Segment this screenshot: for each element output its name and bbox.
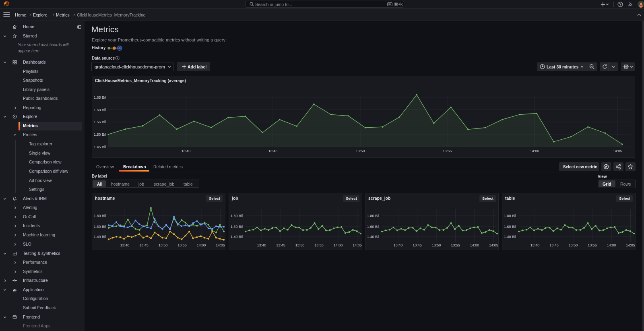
svg-text:14:05: 14:05 [489,243,498,247]
svg-text:14:00: 14:00 [607,243,616,247]
svg-text:1.60 Bil: 1.60 Bil [94,225,106,229]
svg-text:14:05: 14:05 [613,149,622,153]
svg-text:13:45: 13:45 [139,243,149,247]
svg-text:13:40: 13:40 [182,149,191,153]
svg-text:1.40 Bil: 1.40 Bil [231,235,243,239]
svg-text:13:45: 13:45 [268,149,278,153]
svg-text:1.40 Bil: 1.40 Bil [504,235,516,239]
svg-text:1.80 Bil: 1.80 Bil [94,214,106,218]
svg-text:13:50: 13:50 [295,243,305,247]
svg-text:13:40: 13:40 [394,243,403,247]
svg-text:1.55 Bil: 1.55 Bil [94,120,106,124]
svg-text:14:00: 14:00 [530,149,539,153]
svg-text:13:45: 13:45 [549,243,559,247]
svg-text:14:05: 14:05 [353,243,362,247]
svg-text:1.60 Bil: 1.60 Bil [504,225,516,229]
svg-text:13:40: 13:40 [120,243,130,247]
svg-text:1.80 Bil: 1.80 Bil [504,214,516,218]
svg-text:14:05: 14:05 [216,243,225,247]
svg-text:13:50: 13:50 [356,149,365,153]
svg-text:13:55: 13:55 [451,243,460,247]
svg-text:1.50 Bil: 1.50 Bil [94,132,106,137]
svg-text:1.80 Bil: 1.80 Bil [231,214,243,218]
svg-text:1.40 Bil: 1.40 Bil [367,235,379,239]
svg-text:1.60 Bil: 1.60 Bil [367,225,379,229]
svg-text:1.40 Bil: 1.40 Bil [94,235,106,239]
svg-text:13:45: 13:45 [276,243,285,247]
svg-text:13:50: 13:50 [432,243,441,247]
svg-text:1.65 Bil: 1.65 Bil [94,95,106,99]
svg-text:1.60 Bil: 1.60 Bil [231,225,243,229]
svg-text:13:55: 13:55 [588,243,597,247]
svg-text:1.80 Bil: 1.80 Bil [367,214,379,218]
svg-text:14:00: 14:00 [334,243,343,247]
svg-text:13:50: 13:50 [159,243,168,247]
svg-text:1.60 Bil: 1.60 Bil [94,108,106,112]
svg-text:13:40: 13:40 [257,243,266,247]
svg-text:13:40: 13:40 [530,243,540,247]
svg-text:13:50: 13:50 [569,243,578,247]
svg-text:1.45 Bil: 1.45 Bil [94,145,106,149]
svg-text:13:45: 13:45 [413,243,422,247]
svg-text:14:05: 14:05 [626,243,635,247]
svg-text:13:55: 13:55 [443,149,452,153]
svg-text:13:55: 13:55 [178,243,187,247]
svg-text:14:00: 14:00 [470,243,479,247]
svg-text:14:00: 14:00 [197,243,206,247]
svg-text:13:55: 13:55 [314,243,324,247]
